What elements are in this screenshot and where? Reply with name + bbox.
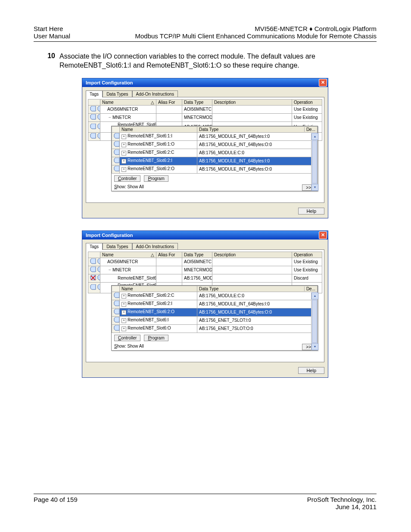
col-name[interactable]: Name △ <box>100 252 156 258</box>
col-desc[interactable]: Description <box>212 99 292 105</box>
col-name[interactable]: Name △ <box>100 99 156 105</box>
sort-asc-icon[interactable]: △ <box>151 100 154 105</box>
expand-icon[interactable]: + <box>121 151 126 156</box>
expand-icon[interactable]: + <box>121 143 126 147</box>
dd-cell-name: +RemoteENBT_Slot6:1:I <box>120 132 197 140</box>
tag-picker-dropdown[interactable]: Name Data TypeDe... +RemoteENBT_Slot6:1:… <box>111 126 318 191</box>
tag-icon <box>112 149 120 157</box>
dropdown-row[interactable]: +RemoteENBT_Slot6:2:I AB:1756_MODULE_INT… <box>112 157 318 165</box>
help-button[interactable]: Help <box>298 367 324 374</box>
tab-tags[interactable]: Tags <box>86 243 103 250</box>
cell-name[interactable]: −MNETCR <box>100 266 156 274</box>
program-button[interactable]: Program <box>144 335 168 341</box>
cell-desc <box>212 105 292 113</box>
footer-date: June 14, 2011 <box>307 503 377 510</box>
dropdown-row[interactable]: +RemoteENBT_Slot6:2:C AB:1756_MODULE:C:0 <box>112 149 318 157</box>
scroll-up-icon[interactable]: ▴ <box>311 133 318 140</box>
dd-cell-dtype: AB:1756_MODULE_INT_64Bytes:I:0 <box>197 157 318 165</box>
cell-op[interactable]: Use Existing <box>292 113 322 121</box>
expand-icon[interactable]: + <box>121 134 126 139</box>
scroll-thumb[interactable] <box>312 300 317 343</box>
cell-name[interactable]: RemoteENBT_Slot6:2:I <box>100 274 156 282</box>
dropdown-row[interactable]: +RemoteENBT_Slot6:1:O AB:1756_MODULE_INT… <box>112 140 318 149</box>
expand-icon[interactable]: + <box>121 167 126 172</box>
dd-col-de[interactable]: De... <box>304 286 315 291</box>
dd-cell-name: +RemoteENBT_Slot6:2:C <box>120 149 197 157</box>
tab-data-types[interactable]: Data Types <box>103 243 132 250</box>
scroll-down-icon[interactable]: ▾ <box>311 184 318 191</box>
dd-col-name[interactable]: Name <box>120 126 197 132</box>
table-row[interactable]: RemoteENBT_Slot6:2:I AB:1756_MOD Discard <box>88 274 322 282</box>
dialog-titlebar[interactable]: Import Configuration ✕ <box>82 231 328 240</box>
scroll-up-icon[interactable]: ▴ <box>311 292 318 299</box>
cell-alias[interactable] <box>156 113 182 121</box>
dropdown-row[interactable]: +RemoteENBT_Slot6:2:O AB:1756_MODULE_INT… <box>112 308 318 316</box>
cell-op[interactable]: Use Existing <box>292 258 322 266</box>
tab-addon-instructions[interactable]: Add-On Instructions <box>132 243 178 250</box>
controller-button[interactable]: Controller <box>114 335 140 341</box>
cell-alias[interactable] <box>156 266 182 274</box>
dropdown-row[interactable]: +RemoteENBT_Slot6:1:I AB:1756_MODULE_INT… <box>112 132 318 140</box>
dd-cell-name: +RemoteENBT_Slot6:O <box>120 324 197 333</box>
expand-icon[interactable]: + <box>121 159 126 164</box>
col-desc[interactable]: Description <box>212 252 292 258</box>
tab-addon-instructions[interactable]: Add-On Instructions <box>132 90 178 97</box>
cell-alias[interactable] <box>156 274 182 282</box>
dd-col-dtype[interactable]: Data TypeDe... <box>197 126 318 132</box>
program-button[interactable]: Program <box>144 175 168 182</box>
table-row[interactable]: AOI56MNETCR AOI56MNETC Use Existing <box>88 105 322 113</box>
cell-alias[interactable] <box>156 258 182 266</box>
dropdown-scrollbar[interactable]: ▴ ▾ <box>311 292 318 350</box>
cell-name[interactable]: −MNETCR <box>100 113 156 121</box>
close-button[interactable]: ✕ <box>319 79 327 87</box>
header-rule <box>34 41 377 42</box>
table-row[interactable]: AOI56MNETCR AOI56MNETC Use Existing <box>88 258 322 266</box>
cell-op[interactable]: Discard <box>292 274 322 282</box>
dialog-title: Import Configuration <box>86 233 133 238</box>
grid-header-row: Name △ Alias For Data Type Description O… <box>88 252 322 258</box>
expand-icon[interactable]: + <box>121 302 126 307</box>
show-filter[interactable]: Show: Show All >> <box>112 184 318 191</box>
expand-icon[interactable]: + <box>121 294 126 299</box>
scroll-down-icon[interactable]: ▾ <box>311 343 318 350</box>
col-dtype[interactable]: Data Type <box>182 99 212 105</box>
help-button[interactable]: Help <box>298 208 324 215</box>
expand-icon[interactable]: + <box>121 318 126 323</box>
dropdown-row[interactable]: +RemoteENBT_Slot6:I AB:1756_ENET_7SLOT:I… <box>112 316 318 324</box>
cell-name[interactable]: AOI56MNETCR <box>100 105 156 113</box>
tag-picker-dropdown[interactable]: Name Data TypeDe... +RemoteENBT_Slot6:2:… <box>111 285 318 351</box>
cell-op[interactable]: Use Existing <box>292 266 322 274</box>
show-filter[interactable]: Show: Show All >> <box>112 343 318 350</box>
dialog-titlebar[interactable]: Import Configuration ✕ <box>82 78 328 87</box>
tag-icon <box>112 140 120 149</box>
expand-icon[interactable]: + <box>121 310 126 315</box>
col-op[interactable]: Operation <box>292 99 322 105</box>
dropdown-scrollbar[interactable]: ▴ ▾ <box>311 133 318 191</box>
cell-alias[interactable] <box>156 105 182 113</box>
scroll-thumb[interactable] <box>312 140 317 184</box>
table-row[interactable]: −MNETCR MNETCRMOD Use Existing <box>88 266 322 274</box>
sort-asc-icon[interactable]: △ <box>151 252 154 257</box>
dd-cell-dtype: AB:1756_MODULE:C:0 <box>197 149 318 157</box>
cell-name[interactable]: AOI56MNETCR <box>100 258 156 266</box>
dropdown-row[interactable]: +RemoteENBT_Slot6:2:I AB:1756_MODULE_INT… <box>112 300 318 308</box>
col-alias[interactable]: Alias For <box>156 99 182 105</box>
close-button[interactable]: ✕ <box>319 231 327 239</box>
col-dtype[interactable]: Data Type <box>182 252 212 258</box>
dd-col-dtype[interactable]: Data TypeDe... <box>197 286 318 292</box>
dd-col-de[interactable]: De... <box>304 127 315 132</box>
tag-icon <box>112 132 120 140</box>
controller-button[interactable]: Controller <box>114 175 140 182</box>
header-left-top: Start Here <box>34 25 70 32</box>
table-row[interactable]: −MNETCR MNETCRMOD Use Existing <box>88 113 322 121</box>
tab-data-types[interactable]: Data Types <box>103 90 132 97</box>
dropdown-row[interactable]: +RemoteENBT_Slot6:O AB:1756_ENET_7SLOT:O… <box>112 324 318 333</box>
col-op[interactable]: Operation <box>292 252 322 258</box>
cell-op[interactable]: Use Existing <box>292 105 322 113</box>
dropdown-row[interactable]: +RemoteENBT_Slot6:2:C AB:1756_MODULE:C:0 <box>112 292 318 300</box>
expand-icon[interactable]: + <box>121 327 126 331</box>
dd-col-name[interactable]: Name <box>120 286 197 292</box>
tab-tags[interactable]: Tags <box>86 90 103 97</box>
dropdown-row[interactable]: +RemoteENBT_Slot6:2:O AB:1756_MODULE_INT… <box>112 165 318 173</box>
col-alias[interactable]: Alias For <box>156 252 182 258</box>
